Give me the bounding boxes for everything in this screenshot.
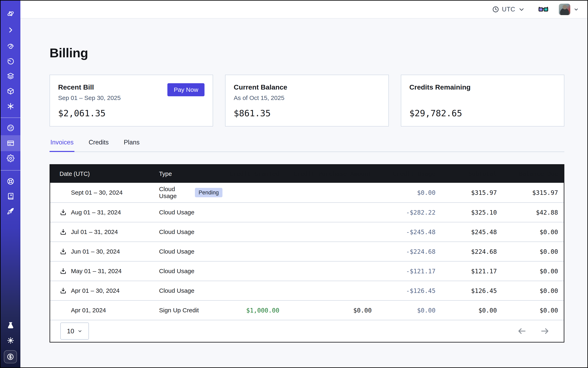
credit-usage: -$126.45	[372, 287, 436, 294]
col-subtotal: Subtotal	[436, 170, 498, 177]
table-row[interactable]: Apr 01, 2024 Sign Up Credit $1,000.00 $0…	[50, 300, 564, 320]
page-title: Billing	[50, 46, 564, 60]
page-size-select[interactable]: 10	[60, 322, 89, 340]
chevron-right-icon[interactable]	[1, 23, 20, 37]
user-menu[interactable]	[559, 4, 579, 15]
page-size-value: 10	[67, 327, 74, 335]
credit-usage: $0.00	[372, 307, 436, 314]
gauge-icon[interactable]	[1, 120, 20, 135]
table-row[interactable]: Sept 01 – 30, 2024 Cloud Usage Pending $…	[50, 183, 564, 202]
status-badge: Pending	[195, 188, 222, 197]
download-invoice-icon[interactable]	[60, 287, 67, 294]
sun-icon[interactable]	[1, 333, 20, 348]
timezone-selector[interactable]: UTC	[492, 6, 525, 13]
current-balance-card: Current Balance As of Oct 15, 2025 $861.…	[225, 75, 389, 127]
balance-due: $0.00	[498, 307, 559, 314]
subtotal: $245.48	[436, 229, 498, 236]
download-invoice-icon[interactable]	[60, 209, 67, 216]
tab-invoices[interactable]: Invoices	[50, 139, 74, 152]
gear-icon[interactable]	[1, 151, 20, 166]
credit-usage: -$121.17	[372, 268, 436, 275]
download-invoice-icon[interactable]	[60, 248, 67, 255]
cube-icon[interactable]	[1, 84, 20, 99]
glasses-icon[interactable]	[538, 6, 549, 13]
tab-credits[interactable]: Credits	[88, 139, 109, 152]
download-invoice-icon[interactable]	[60, 267, 67, 275]
table-row[interactable]: Aug 01 – 31, 2024 Cloud Usage -$282.22 $…	[50, 202, 564, 222]
card-title: Current Balance	[234, 83, 287, 91]
summary-cards: Recent Bill Sep 01 – Sep 30, 2025 Pay No…	[50, 75, 564, 127]
invoice-date: Aug 01 – 31, 2024	[71, 209, 121, 216]
previous-page-icon[interactable]	[517, 326, 527, 336]
subtotal: $325.10	[436, 209, 498, 216]
topbar: UTC	[20, 1, 587, 18]
book-sparkle-icon[interactable]	[1, 189, 20, 203]
card-title: Credits Remaining	[409, 83, 470, 91]
card-subtitle: As of Oct 15, 2025	[234, 94, 287, 101]
rocket-icon[interactable]	[1, 204, 20, 219]
eye-spiral-icon[interactable]	[1, 39, 20, 54]
col-credit-granted: Credit Granted	[222, 170, 280, 177]
avatar[interactable]	[559, 4, 570, 15]
main-area: UTC Billing	[20, 1, 587, 367]
invoice-type: Cloud Usage	[159, 186, 191, 200]
timer-icon[interactable]	[1, 54, 20, 69]
invoice-type: Cloud Usage	[159, 268, 194, 275]
next-page-icon[interactable]	[540, 326, 550, 336]
invoices-table: Date (UTC) Type Credit Granted Credit Pu…	[50, 164, 564, 342]
timezone-label: UTC	[502, 6, 515, 13]
helm-wheel-icon[interactable]	[1, 174, 20, 189]
subtotal: $224.68	[436, 248, 498, 255]
table-row[interactable]: Apr 01 – 30, 2024 Cloud Usage -$126.45 $…	[50, 281, 564, 300]
balance-due: $42.88	[498, 209, 559, 216]
balance-due: $0.00	[498, 268, 559, 275]
billing-tabs: Invoices Credits Plans	[50, 139, 564, 152]
col-balance-due: Balance Due	[498, 170, 559, 177]
card-title: Recent Bill	[58, 83, 121, 91]
balance-due: $0.00	[498, 248, 559, 255]
subtotal: $0.00	[436, 307, 498, 314]
invoice-date: May 01 – 31, 2024	[71, 268, 122, 275]
flask-icon[interactable]	[1, 318, 20, 333]
content: Billing Recent Bill Sep 01 – Sep 30, 202…	[20, 18, 587, 355]
balance-due: $0.00	[498, 287, 559, 294]
dollar-badge-icon[interactable]	[4, 350, 17, 363]
credit-usage: -$245.48	[372, 229, 436, 236]
pay-now-button[interactable]: Pay Now	[167, 83, 205, 96]
subtotal: $121.17	[436, 268, 498, 275]
credit-usage: -$282.22	[372, 209, 436, 216]
credit-purchase-amount: $0.00	[280, 307, 372, 314]
asterisk-icon[interactable]	[1, 99, 20, 114]
clock-icon	[492, 6, 499, 13]
table-footer: 10	[50, 320, 564, 342]
chevron-down-icon	[518, 6, 525, 13]
invoice-type: Cloud Usage	[159, 229, 194, 235]
table-row[interactable]: Jun 01 – 30, 2024 Cloud Usage -$224.68 $…	[50, 241, 564, 261]
layers-icon[interactable]	[1, 69, 20, 83]
card-amount: $2,061.35	[58, 108, 205, 118]
credit-granted: $1,000.00	[222, 307, 280, 314]
table-row[interactable]: Jul 01 – 31, 2024 Cloud Usage -$245.48 $…	[50, 222, 564, 241]
invoice-type: Cloud Usage	[159, 209, 194, 216]
invoice-type: Sign Up Credit	[159, 307, 199, 314]
col-credit-purchase-amount: Credit Purchase Amount	[280, 170, 372, 177]
balance-due: $315.97	[498, 189, 559, 196]
invoice-type: Cloud Usage	[159, 287, 194, 294]
billing-card-icon[interactable]	[1, 135, 20, 151]
invoice-type: Cloud Usage	[159, 248, 194, 255]
subtotal: $315.97	[436, 189, 498, 196]
card-amount: $29,782.65	[409, 108, 556, 118]
col-date: Date (UTC)	[55, 171, 154, 177]
table-row[interactable]: May 01 – 31, 2024 Cloud Usage -$121.17 $…	[50, 261, 564, 281]
sidebar-divider	[1, 118, 20, 118]
col-credit-usage: Credit Usage	[372, 170, 436, 177]
invoice-date: Jul 01 – 31, 2024	[71, 229, 118, 235]
logo-orbit-icon[interactable]	[1, 6, 20, 21]
chevron-down-icon	[573, 7, 579, 12]
table-header: Date (UTC) Type Credit Granted Credit Pu…	[50, 165, 564, 183]
card-subtitle: Sep 01 – Sep 30, 2025	[58, 94, 121, 101]
credit-usage: -$224.68	[372, 248, 436, 255]
tab-plans[interactable]: Plans	[123, 139, 140, 152]
download-invoice-icon[interactable]	[60, 228, 67, 236]
sidebar	[1, 1, 20, 367]
